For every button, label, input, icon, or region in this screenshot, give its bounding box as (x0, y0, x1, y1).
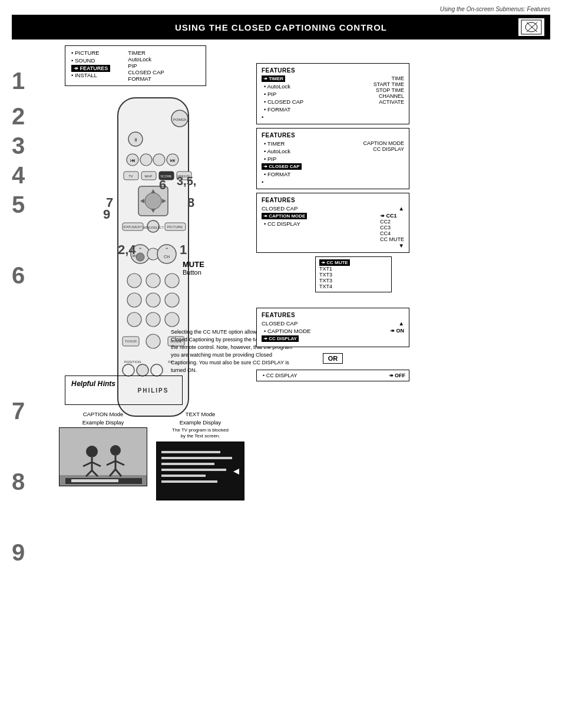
icon-box (518, 18, 544, 36)
svg-rect-80 (161, 451, 220, 453)
svg-rect-85 (161, 480, 217, 483)
svg-text:+: + (166, 246, 168, 251)
step-2: 2 (12, 104, 47, 128)
svg-text:MENU/SELECT: MENU/SELECT (143, 226, 164, 229)
ccm-txt4: TXT4 (319, 284, 388, 289)
menu-sound: SOUND (71, 57, 110, 64)
svg-point-48 (165, 293, 179, 307)
menu-picture: PICTURE (71, 50, 110, 56)
panel-4-up-arrow: ▲ (399, 320, 404, 327)
svg-point-11 (140, 154, 152, 166)
text-mode-label: TEXT Mode (186, 411, 216, 417)
panel-4: FEATURES CLOSED CAP ▲ • CAPTION MODE ↠ C… (256, 308, 409, 347)
panel-3-right: ↠ CC1 CC2 CC3 CC4 CC MUTE (380, 213, 404, 242)
panel-3-subtitle: CLOSED CAP (262, 205, 297, 212)
svg-point-50 (146, 312, 160, 327)
panel-2-right: CAPTION MODE CC DISPLAY (363, 140, 404, 185)
svg-rect-82 (161, 463, 214, 465)
p3-cc1: ↠ CC1 (380, 213, 404, 219)
step-4: 4 (12, 163, 47, 187)
panel-3-content: ↠ CAPTION MODE • CC DISPLAY ↠ CC1 CC2 CC… (262, 213, 404, 242)
header-subtitle: Using the On-screen Submenus: Features (440, 6, 550, 12)
p3-cc2: CC2 (380, 219, 404, 225)
helpful-hints-title: Helpful Hints (71, 380, 176, 388)
p1-empty: • (262, 114, 303, 120)
p1-format: • FORMAT (262, 106, 303, 113)
svg-text:TV: TV (128, 174, 133, 178)
button-label: Button (183, 269, 204, 276)
p1-autolock: • AutoLock (262, 83, 303, 90)
panel-2: FEATURES • TIMER • AutoLock • PIP ↠ CLOS… (256, 128, 409, 189)
remote-num-1: 1 (180, 242, 187, 258)
svg-point-54 (146, 334, 160, 348)
panel-2-left: • TIMER • AutoLock • PIP ↠ CLOSED CAP • … (262, 140, 302, 185)
svg-rect-79 (157, 442, 244, 500)
text-mode-example: TEXT Mode Example Display The TV program… (156, 411, 244, 500)
svg-text:POWER: POWER (173, 118, 187, 121)
svg-text:+: + (139, 246, 142, 251)
step-8: 8 (12, 470, 47, 493)
step-9: 9 (12, 541, 47, 564)
svg-rect-84 (161, 475, 206, 477)
panel-4-content: • CAPTION MODE ↠ CC DISPLAY ↠ ON (262, 328, 404, 343)
p1-starttime: START TIME (373, 81, 404, 87)
menu-pip: PIP (128, 62, 164, 69)
p1-stoptime: STOP TIME (373, 87, 404, 93)
panel-4-subtitle-row: CLOSED CAP ▲ (262, 320, 404, 327)
p1-channel: CHANNEL (373, 93, 404, 99)
menu-autolock: AutoLock (128, 56, 164, 62)
p3-cc3: CC3 (380, 225, 404, 230)
p2-empty: • (262, 179, 302, 185)
svg-point-46 (127, 293, 141, 307)
svg-point-60 (137, 364, 148, 376)
text-mode-note: The TV program is blockedby the Text scr… (172, 427, 229, 440)
remote-num-8: 8 (187, 195, 194, 210)
menu-features: ↠ FEATURES (71, 65, 110, 72)
helpful-hints-box: Helpful Hints (65, 375, 183, 405)
svg-text:⏭: ⏭ (170, 157, 176, 163)
remote-num-9: 9 (103, 207, 110, 222)
features-arrow: ↠ FEATURES (71, 65, 110, 72)
svg-rect-81 (161, 457, 232, 459)
p2-autolock: • AutoLock (262, 148, 302, 154)
panel-3-down: ▼ (262, 242, 404, 249)
text-mode-image (156, 442, 244, 500)
caption-mode-image (59, 427, 147, 486)
panel-3-left: ↠ CAPTION MODE • CC DISPLAY (262, 213, 307, 242)
p3-ccdisplay: • CC DISPLAY (262, 220, 307, 227)
right-panels: FEATURES ↠ TIMER • AutoLock • PIP • CLOS… (256, 45, 409, 564)
svg-text:MAP: MAP (144, 174, 152, 178)
mute-label: MUTE (183, 260, 204, 269)
ccm-txt3b: TXT3 (319, 278, 388, 284)
steps-column: 1 2 3 4 5 6 7 8 9 (12, 45, 47, 564)
p4-on: ↠ ON (390, 328, 404, 334)
menu-install: INSTALL (71, 72, 110, 78)
svg-rect-83 (161, 469, 226, 471)
page-container: Using the On-screen Submenus: Features U… (0, 0, 562, 728)
caption-mode-sublabel: Example Display (82, 419, 124, 426)
ccm-txt3a: TXT3 (319, 272, 388, 278)
p2-format: • FORMAT (262, 171, 302, 177)
caption-mode-example: CAPTION Mode Example Display (59, 411, 147, 486)
panel-3-title: FEATURES (262, 197, 404, 203)
svg-point-24 (145, 193, 161, 209)
svg-text:PICTURE: PICTURE (167, 225, 183, 229)
panel-4-right: ↠ ON (390, 328, 404, 343)
p1-time: TIME (373, 75, 404, 81)
title-bar: Using the Closed Captioning Control (12, 15, 550, 39)
panel-3: FEATURES CLOSED CAP ▲ ↠ CAPTION MODE • C… (256, 193, 409, 253)
p2-timer: • TIMER (262, 140, 302, 147)
menu-format: FORMAT (128, 75, 164, 82)
svg-point-71 (110, 445, 121, 456)
panel-2-title: FEATURES (262, 132, 404, 139)
step-7: 7 (12, 399, 47, 423)
panel-4-left: • CAPTION MODE ↠ CC DISPLAY (262, 328, 310, 343)
cc-mute-panel: ↠ CC MUTE TXT1 TXT3 TXT3 TXT4 (315, 256, 392, 292)
svg-point-38 (136, 253, 144, 261)
svg-point-12 (153, 154, 165, 166)
text-mode-sublabel: Example Display (180, 419, 222, 426)
p3-ccmute: CC MUTE (380, 236, 404, 242)
mute-button-label: MUTE Button (183, 260, 204, 276)
svg-rect-78 (71, 479, 118, 482)
svg-point-44 (146, 274, 160, 288)
